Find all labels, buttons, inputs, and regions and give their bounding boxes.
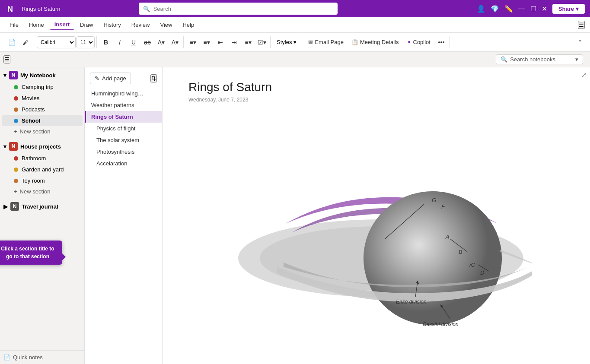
toyroom-label: Toy room: [22, 177, 45, 184]
italic-btn[interactable]: I: [113, 36, 126, 48]
page-photosynthesis[interactable]: Photosynthesis: [85, 146, 162, 158]
meeting-icon: 📋: [351, 39, 358, 45]
underline-btn[interactable]: U: [127, 36, 140, 48]
titlebar: N Rings of Saturn 🔍 Search 👤 💎 ✏️ — ☐ ✕ …: [0, 0, 590, 17]
svg-text:B: B: [459, 249, 462, 255]
plus-icon: +: [14, 128, 17, 135]
tooltip-text: Click a section title to go to that sect…: [1, 246, 54, 260]
font-family-select[interactable]: Calibri: [37, 36, 76, 48]
movies-dot: [14, 96, 18, 101]
sidebar-item-podcasts[interactable]: Podcasts: [2, 104, 83, 115]
format-painter-btn[interactable]: 🖌: [19, 36, 32, 48]
bullet-list-btn[interactable]: ≡▾: [186, 36, 199, 48]
expand-content-icon[interactable]: ⤢: [581, 71, 587, 79]
bold-btn[interactable]: B: [99, 36, 112, 48]
menu-draw[interactable]: Draw: [76, 20, 97, 30]
strikethrough-btn[interactable]: ab: [141, 36, 154, 48]
page-solar[interactable]: The solar system: [85, 134, 162, 146]
minimize-btn[interactable]: —: [518, 5, 525, 13]
highlight-btn[interactable]: A▾: [155, 36, 168, 48]
menu-file[interactable]: File: [5, 20, 23, 30]
meeting-details-label: Meeting Details: [360, 39, 399, 45]
decrease-indent-btn[interactable]: ⇤: [214, 36, 227, 48]
app-icon: N: [5, 3, 17, 15]
svg-text:G: G: [432, 197, 436, 203]
page-weather-label: Weather patterns: [91, 102, 134, 108]
sidebar-item-movies[interactable]: Movies: [2, 93, 83, 104]
checkbox-btn[interactable]: ☑▾: [255, 36, 268, 48]
toolbar: 📄 🖌 Calibri 11 B I U ab A▾ A▾ ≡▾ ≡▾ ⇤ ⇥ …: [0, 33, 590, 52]
new-section-house-label: New section: [20, 188, 51, 195]
svg-text:N: N: [7, 5, 13, 13]
collapse-ribbon-btn[interactable]: ☰: [578, 21, 585, 29]
hamburger-btn[interactable]: ☰: [3, 55, 10, 63]
menu-home[interactable]: Home: [25, 20, 48, 30]
close-btn[interactable]: ✕: [542, 5, 547, 13]
notebook-travel-header[interactable]: ▶ N Travel journal: [0, 200, 84, 212]
menu-help[interactable]: Help: [178, 20, 198, 30]
school-label: School: [22, 117, 40, 124]
svg-text:Enke division: Enke division: [396, 299, 427, 305]
add-page-btn[interactable]: ✎ Add page: [90, 73, 131, 84]
share-button[interactable]: Share ▾: [552, 4, 585, 14]
more-options-btn[interactable]: •••: [435, 36, 448, 48]
styles-btn[interactable]: Styles ▾: [273, 36, 300, 48]
page-weather[interactable]: Weather patterns: [85, 99, 162, 111]
plus-icon-house: +: [14, 188, 17, 195]
pen-icon-btn[interactable]: ✏️: [504, 5, 513, 13]
meeting-details-btn[interactable]: 📋 Meeting Details: [348, 36, 402, 48]
styles-group: Styles ▾: [271, 36, 302, 48]
notebook-my-notebook-icon: N: [9, 71, 18, 79]
pagelist: ✎ Add page ⇅ Hummingbird wing… Weather p…: [85, 67, 163, 364]
sidebar-item-camping[interactable]: Camping trip: [2, 82, 83, 92]
profile-button[interactable]: 👤: [477, 5, 485, 13]
page-hummingbird[interactable]: Hummingbird wing…: [85, 88, 162, 99]
bathroom-dot: [14, 156, 18, 161]
increase-indent-btn[interactable]: ⇥: [228, 36, 241, 48]
search-notebooks-icon: 🔍: [501, 56, 507, 63]
content-area[interactable]: ⤢ Rings of Saturn Wednesday, June 7, 202…: [163, 67, 590, 364]
email-page-label: Email Page: [315, 39, 343, 45]
page-title: Rings of Saturn: [188, 80, 564, 94]
main: ▾ N My Notebook Camping trip Movies Podc…: [0, 67, 590, 364]
copilot-btn[interactable]: ✦ Copilot: [403, 36, 434, 48]
sidebar-item-toyroom[interactable]: Toy room: [2, 175, 83, 186]
diamond-icon-btn[interactable]: 💎: [491, 5, 499, 13]
align-btn[interactable]: ≡▾: [242, 36, 255, 48]
share-label: Share: [558, 6, 574, 12]
sidebar-item-garden[interactable]: Garden and yard: [2, 164, 83, 175]
new-section-my-notebook[interactable]: + New section: [2, 127, 83, 136]
search-notebooks-bar[interactable]: 🔍 Search notebooks ▾: [496, 54, 583, 64]
sidebar-item-bathroom[interactable]: Bathroom: [2, 153, 83, 164]
notebook-house-projects-header[interactable]: ▾ N House projects: [0, 140, 84, 152]
page-physics[interactable]: Physics of flight: [85, 123, 162, 134]
maximize-btn[interactable]: ☐: [530, 5, 536, 13]
sort-pages-btn[interactable]: ⇅: [150, 74, 157, 82]
menu-history[interactable]: History: [99, 20, 125, 30]
page-accelaration-label: Accelaration: [96, 160, 128, 167]
podcasts-dot: [14, 108, 18, 112]
notebook-house-label: House projects: [20, 143, 61, 150]
new-section-house[interactable]: + New section: [2, 187, 83, 196]
font-color-btn[interactable]: A▾: [169, 36, 182, 48]
expand-icon: ▾: [3, 72, 6, 79]
font-size-select[interactable]: 11: [77, 36, 95, 48]
page-rings[interactable]: Rings of Saturn: [85, 111, 162, 123]
search-notebooks-chevron: ▾: [575, 56, 578, 63]
styles-chevron-icon: ▾: [293, 39, 297, 45]
sidebar-item-school[interactable]: School Click a section title to go to th…: [2, 115, 83, 126]
quick-notes[interactable]: 📄 Quick notes: [0, 350, 84, 364]
numbered-list-btn[interactable]: ≡▾: [200, 36, 213, 48]
search-bar[interactable]: 🔍 Search: [139, 3, 338, 15]
menu-review[interactable]: Review: [127, 20, 154, 30]
garden-dot: [14, 168, 18, 172]
new-page-btn[interactable]: 📄: [5, 36, 18, 48]
font-group: Calibri 11: [35, 36, 97, 48]
menu-insert[interactable]: Insert: [50, 19, 74, 30]
notebook-my-notebook-header[interactable]: ▾ N My Notebook: [0, 69, 84, 81]
menu-view[interactable]: View: [156, 20, 176, 30]
svg-point-5: [364, 191, 502, 325]
page-accelaration[interactable]: Accelaration: [85, 158, 162, 169]
collapse-toolbar-btn[interactable]: ⌃: [574, 36, 587, 48]
email-page-btn[interactable]: ✉ Email Page: [305, 36, 347, 48]
